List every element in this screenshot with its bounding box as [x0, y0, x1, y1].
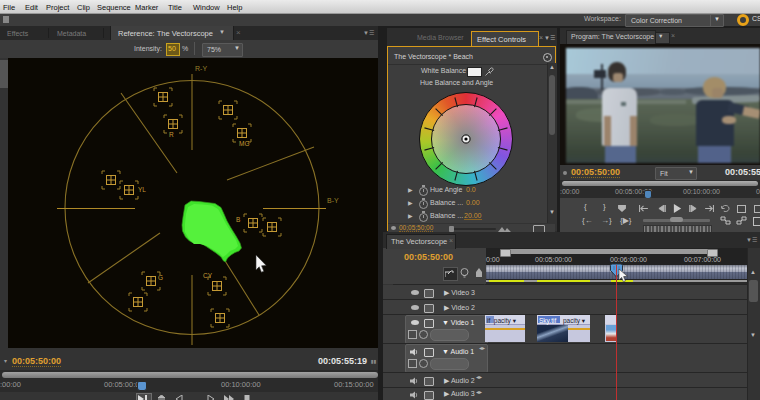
svg-text:YL: YL	[138, 186, 146, 193]
svg-text:B: B	[236, 216, 240, 223]
svg-text:G: G	[158, 274, 163, 281]
svg-text:B-Y: B-Y	[327, 197, 339, 204]
svg-text:MG: MG	[239, 140, 249, 147]
svg-text:R: R	[169, 131, 174, 138]
svg-text:R-Y: R-Y	[195, 65, 207, 72]
svg-text:CY: CY	[203, 272, 213, 279]
